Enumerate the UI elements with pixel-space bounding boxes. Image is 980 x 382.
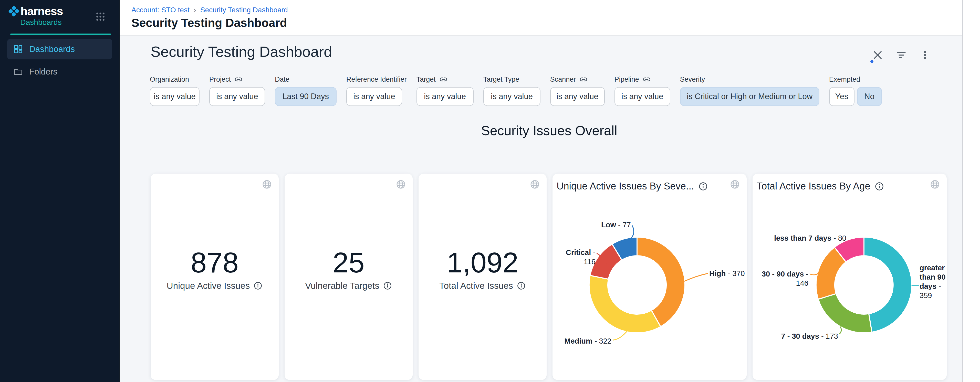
globe-icon[interactable] [730,179,740,189]
chart-title: Total Active Issues By Age [757,181,870,192]
brand-wordmark: harness [21,5,63,17]
link-icon [579,75,588,84]
filter-target-type: Target Type is any value [483,74,541,106]
sidebar-item-label: Folders [29,67,57,76]
donut-label-connector [840,327,842,334]
donut-label-connector [685,273,708,281]
filter-value-button[interactable]: is any value [150,87,199,106]
more-vertical-icon[interactable] [919,49,931,61]
tile-unique-active-issues: 878 Unique Active Issues [151,174,279,380]
donut-label-connector [810,273,818,275]
breadcrumb-dashboard[interactable]: Security Testing Dashboard [200,6,288,14]
tile-row: 878 Unique Active Issues 25 Vulnerable T… [151,174,947,380]
filter-scanner: Scanner is any value [550,74,605,106]
dashboard-heading: Security Testing Dashboard [151,43,332,60]
sidebar-nav: Dashboards Folders [7,39,112,84]
filter-value-button[interactable]: is any value [614,87,670,106]
harness-logo-icon [8,5,20,17]
donut-label: Medium322 [552,336,611,346]
harness-logo[interactable]: harness [8,5,63,17]
chart-title-row: Unique Active Issues By Seve... [557,181,708,192]
info-icon[interactable] [698,182,708,191]
sidebar-item-dashboards[interactable]: Dashboards [7,39,112,59]
filter-value-button[interactable]: Last 90 Days [275,87,337,106]
donut-slice-medium[interactable] [589,276,660,333]
product-name: Dashboards [20,18,62,27]
filter-label: Target Type [483,76,519,84]
filter-organization: Organization is any value [150,74,199,106]
globe-icon[interactable] [530,179,540,189]
info-icon[interactable] [517,281,526,290]
breadcrumb: Account: STO test › Security Testing Das… [131,6,288,14]
filter-value-button[interactable]: is any value [550,87,605,106]
filter-value-button[interactable]: is any value [483,87,541,106]
filter-label: Project [209,76,231,84]
filter-bar: Organization is any value Project is any… [150,74,882,106]
filter-label: Organization [150,76,189,84]
tile-total-active-issues: 1,092 Total Active Issues [418,174,547,380]
globe-icon[interactable] [396,179,406,189]
filter-label: Scanner [550,76,576,84]
chevron-right-icon: › [194,6,196,14]
exempted-yes-button[interactable]: Yes [829,87,854,106]
apps-grid-icon[interactable] [95,11,106,22]
filter-project: Project is any value [209,74,265,106]
filter-value-button[interactable]: is any value [346,87,402,106]
donut-label: High370 [709,269,745,278]
donut-label: less than 7 days80 [752,233,846,243]
info-icon[interactable] [875,182,884,191]
filter-icon[interactable] [896,49,907,61]
chart-title-row: Total Active Issues By Age [757,181,884,192]
stat-value: 25 [285,248,413,277]
section-title: Security Issues Overall [151,123,948,138]
sidebar-item-label: Dashboards [29,44,75,54]
globe-icon[interactable] [930,179,940,189]
tile-vulnerable-targets: 25 Vulnerable Targets [285,174,413,380]
filter-value-button[interactable]: is any value [417,87,474,106]
filter-pipeline: Pipeline is any value [614,74,670,106]
globe-icon[interactable] [262,179,272,189]
filter-severity: Severity is Critical or High or Medium o… [680,74,819,106]
scrollbar-track[interactable] [962,0,980,382]
stat-label-row: Total Active Issues [418,281,547,291]
sidebar-divider [10,33,111,35]
stat-value: 878 [151,248,279,277]
filter-label: Date [275,76,290,84]
info-icon[interactable] [253,281,262,290]
filter-value-button[interactable]: is any value [209,87,265,106]
pointer-dot [870,60,873,63]
info-icon[interactable] [383,281,392,290]
page-title: Security Testing Dashboard [131,16,287,30]
link-icon [234,75,243,84]
dashboards-icon [13,44,23,54]
stat-label-row: Vulnerable Targets [285,281,413,291]
filter-label: Exempted [829,76,861,84]
filter-label: Target [417,76,436,84]
link-icon [439,75,447,84]
filter-target: Target is any value [417,74,474,106]
donut-slice-greater-than-90-days[interactable] [864,237,912,332]
stat-label: Unique Active Issues [167,281,250,291]
donut-label: Low77 [552,220,631,230]
donut-chart-age: greater than 90 days3597 - 30 days17330 … [752,174,947,380]
chart-title: Unique Active Issues By Seve... [557,181,694,192]
donut-label: Critical116 [552,248,595,266]
tile-issues-by-severity: High370Medium322Critical116Low77 Unique … [552,174,747,380]
folder-icon [13,67,23,76]
filter-value-button[interactable]: is Critical or High or Medium or Low [680,87,819,106]
exempted-no-button[interactable]: No [857,87,882,106]
donut-label: 30 - 90 days146 [752,269,808,288]
tile-issues-by-age: greater than 90 days3597 - 30 days17330 … [752,174,947,380]
donut-chart-severity: High370Medium322Critical116Low77 [552,174,747,380]
donut-slice-7---30-days[interactable] [818,294,872,333]
filter-date: Date Last 90 Days [275,74,337,106]
dashboard-actions [872,49,931,61]
breadcrumb-account[interactable]: Account: STO test [131,6,189,14]
sidebar-item-folders[interactable]: Folders [7,62,112,82]
close-icon[interactable] [872,49,884,61]
donut-label: 7 - 30 days173 [752,331,838,341]
filter-label: Pipeline [614,76,639,84]
link-icon [643,75,651,84]
filter-label: Severity [680,76,705,84]
stat-label: Vulnerable Targets [305,281,379,291]
